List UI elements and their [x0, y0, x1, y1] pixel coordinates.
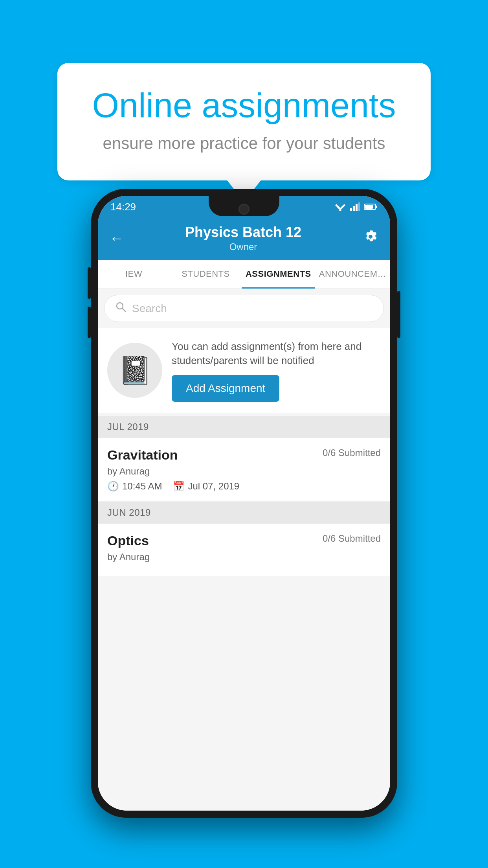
search-icon [116, 302, 127, 315]
phone-notch [209, 196, 279, 216]
assignment-title-optics: Optics [107, 533, 149, 548]
phone-screen: 14:29 [98, 196, 390, 811]
gear-icon [363, 229, 378, 245]
assignment-date: 📅 Jul 07, 2019 [173, 481, 239, 492]
assignment-item-gravitation[interactable]: Gravitation 0/6 Submitted by Anurag 🕐 10… [98, 438, 390, 502]
status-icons [334, 202, 378, 211]
svg-rect-6 [358, 202, 360, 211]
header-title-block: Physics Batch 12 Owner [124, 224, 363, 252]
power-button [397, 291, 400, 338]
assignment-by: by Anurag [107, 466, 381, 477]
info-text-block: You can add assignment(s) from here and … [172, 339, 381, 402]
settings-button[interactable] [363, 229, 378, 248]
assignment-status-optics: 0/6 Submitted [323, 533, 381, 544]
svg-line-11 [122, 308, 126, 312]
svg-rect-9 [365, 205, 373, 209]
phone-device: 14:29 [91, 189, 397, 818]
info-description: You can add assignment(s) from here and … [172, 339, 381, 368]
tab-iew[interactable]: IEW [98, 260, 170, 288]
assignment-meta: 🕐 10:45 AM 📅 Jul 07, 2019 [107, 481, 381, 492]
month-header-jul: JUL 2019 [98, 416, 390, 438]
assignment-title: Gravitation [107, 447, 178, 463]
search-input[interactable]: Search [132, 302, 167, 315]
tab-students[interactable]: STUDENTS [170, 260, 242, 288]
svg-rect-4 [353, 206, 355, 211]
assignment-status: 0/6 Submitted [323, 447, 381, 458]
main-content: Search 📓 You can add assignment(s) from … [98, 289, 390, 811]
vol-down-button [88, 307, 91, 338]
vol-up-button [88, 267, 91, 299]
svg-rect-5 [356, 204, 358, 211]
calendar-icon: 📅 [173, 481, 185, 492]
assignment-by-optics: by Anurag [107, 552, 381, 563]
app-header: ← Physics Batch 12 Owner [98, 218, 390, 260]
header-subtitle: Owner [124, 241, 363, 252]
battery-icon [364, 203, 378, 210]
assignment-item-optics[interactable]: Optics 0/6 Submitted by Anurag [98, 524, 390, 576]
speech-bubble-subtitle: ensure more practice for your students [85, 134, 403, 153]
month-header-jun: JUN 2019 [98, 502, 390, 524]
phone-wrapper: 14:29 [91, 189, 397, 818]
assignment-time: 🕐 10:45 AM [107, 481, 162, 492]
speech-bubble-title: Online assignments [85, 86, 403, 125]
assignment-top: Gravitation 0/6 Submitted [107, 447, 381, 463]
add-assignment-button[interactable]: Add Assignment [172, 375, 279, 402]
clock-icon: 🕐 [107, 481, 119, 492]
status-time: 14:29 [110, 201, 136, 213]
svg-rect-3 [350, 208, 352, 211]
notebook-icon: 📓 [118, 354, 152, 386]
info-card: 📓 You can add assignment(s) from here an… [98, 328, 390, 413]
search-bar[interactable]: Search [104, 295, 384, 322]
signal-icon [350, 202, 360, 211]
speech-bubble-wrapper: Online assignments ensure more practice … [0, 63, 488, 180]
tab-announcements[interactable]: ANNOUNCEM… [315, 260, 390, 288]
phone-camera [238, 204, 250, 215]
header-title: Physics Batch 12 [124, 224, 363, 241]
back-button[interactable]: ← [110, 230, 124, 246]
svg-rect-8 [376, 206, 377, 208]
speech-bubble: Online assignments ensure more practice … [57, 63, 431, 180]
tab-assignments[interactable]: ASSIGNMENTS [242, 260, 315, 288]
assignment-top-optics: Optics 0/6 Submitted [107, 533, 381, 548]
wifi-icon [334, 202, 346, 211]
tabs-bar: IEW STUDENTS ASSIGNMENTS ANNOUNCEM… [98, 260, 390, 289]
assignment-illustration: 📓 [107, 343, 162, 398]
